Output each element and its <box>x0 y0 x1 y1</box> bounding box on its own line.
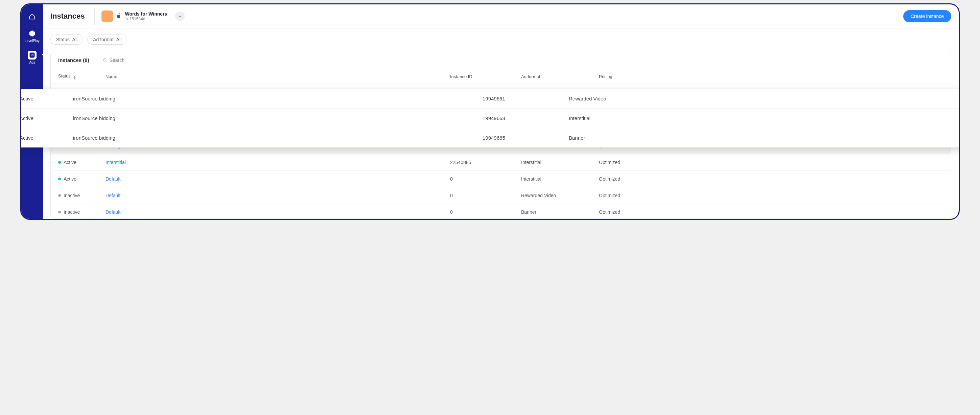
create-instance-button[interactable]: Create instance <box>903 10 951 22</box>
card-header: Instances (8) <box>51 51 951 69</box>
svg-point-2 <box>103 58 106 61</box>
pricing-cell: Optimized <box>599 160 943 165</box>
format-cell: Banner <box>521 209 599 215</box>
format-cell: Banner <box>559 128 960 148</box>
table-row[interactable]: Inactive Default 0 Banner Optimized <box>51 204 951 219</box>
search-input[interactable] <box>110 57 169 63</box>
table-row[interactable]: Inactive Default 0 Rewarded Video Optimi… <box>51 187 951 204</box>
status-text: Inactive <box>64 209 80 215</box>
status-cell: Inactive <box>58 209 105 215</box>
status-text: Active <box>64 160 76 165</box>
status-cell: Active <box>58 160 105 165</box>
filters-bar: Status: All Ad format: All <box>43 29 959 47</box>
sort-icon: ▲▼ <box>73 75 76 80</box>
name-cell: ironSource bidding <box>64 108 473 128</box>
chevron-down-icon <box>178 14 181 18</box>
name-cell[interactable]: Default <box>105 193 450 198</box>
sidebar-item-levelplay[interactable]: LevelPlay <box>21 27 43 44</box>
app-selector[interactable]: Words for Winners 1e151534d <box>94 8 196 25</box>
app-dropdown-button[interactable] <box>175 11 185 21</box>
format-cell: Interstitial <box>521 176 599 181</box>
status-text: Active <box>20 115 33 121</box>
table-row[interactable]: Active Interstitial 22540885 Interstitia… <box>51 154 951 170</box>
app-meta: Words for Winners 1e151534d <box>125 11 167 21</box>
status-text: Inactive <box>64 193 80 198</box>
highlighted-rows-overlay: Active ironSource bidding 19949661 Rewar… <box>20 89 960 148</box>
name-cell: ironSource bidding <box>64 89 473 108</box>
sidebar-item-home[interactable] <box>21 11 43 23</box>
name-cell[interactable]: Default <box>105 176 450 181</box>
name-cell[interactable]: Interstitial <box>105 160 450 165</box>
name-cell[interactable]: Default <box>105 209 450 215</box>
card-title: Instances (8) <box>58 57 89 63</box>
filter-ad-format[interactable]: Ad format: All <box>87 35 127 45</box>
status-text: Active <box>64 176 76 181</box>
filter-status[interactable]: Status: All <box>50 35 83 45</box>
col-ad-format[interactable]: Ad format <box>521 74 599 79</box>
table-row[interactable]: Active ironSource bidding 19949665 Banne… <box>20 128 960 148</box>
status-cell: Active <box>20 108 64 128</box>
format-cell: Rewarded Video <box>559 89 960 108</box>
col-instance-id[interactable]: Instance ID <box>450 74 521 79</box>
cube-icon <box>28 29 37 38</box>
format-cell: Interstitial <box>521 160 599 165</box>
status-dot <box>58 178 61 180</box>
ads-icon: iS <box>28 51 37 59</box>
pricing-cell: Optimized <box>599 193 943 198</box>
table-row[interactable]: Active ironSource bidding 19949661 Rewar… <box>20 89 960 108</box>
status-cell: Active <box>20 128 64 148</box>
instance-id-cell: 0 <box>450 193 521 198</box>
table-row[interactable]: Active ironSource bidding 19949663 Inter… <box>20 108 960 128</box>
app-name: Words for Winners <box>125 11 167 17</box>
sidebar-item-ads[interactable]: iS Ads <box>21 49 43 66</box>
app-frame: LevelPlay iS Ads Instances Words for Win… <box>20 3 960 220</box>
header: Instances Words for Winners 1e151534d Cr… <box>43 5 959 29</box>
table-row[interactable]: Active Default 0 Interstitial Optimized <box>51 170 951 187</box>
col-status[interactable]: Status ▲▼ <box>58 73 105 80</box>
instance-id-cell: 22540885 <box>450 160 521 165</box>
instance-id-cell: 0 <box>450 209 521 215</box>
instance-id-cell: 19949665 <box>473 128 559 148</box>
sidebar-label-levelplay: LevelPlay <box>25 39 39 43</box>
col-name[interactable]: Name <box>105 74 450 79</box>
name-cell: ironSource bidding <box>64 128 473 148</box>
app-icon <box>102 11 113 22</box>
status-dot <box>58 211 61 213</box>
instance-id-cell: 19949663 <box>473 108 559 128</box>
status-dot <box>58 194 61 197</box>
sidebar-label-ads: Ads <box>29 60 35 64</box>
svg-text:iS: iS <box>31 54 33 57</box>
table-header: Status ▲▼ Name Instance ID Ad format Pri… <box>51 69 951 84</box>
status-dot <box>58 161 61 164</box>
search-box[interactable] <box>103 57 169 63</box>
status-text: Active <box>20 96 33 102</box>
col-pricing[interactable]: Pricing <box>599 74 943 79</box>
instance-id-cell: 0 <box>450 176 521 181</box>
svg-line-3 <box>105 60 107 62</box>
app-id: 1e151534d <box>125 17 167 21</box>
apple-icon <box>116 13 122 20</box>
instance-id-cell: 19949661 <box>473 89 559 108</box>
status-cell: Active <box>20 89 64 108</box>
format-cell: Rewarded Video <box>521 193 599 198</box>
status-cell: Inactive <box>58 193 105 198</box>
status-cell: Active <box>58 176 105 181</box>
page-title: Instances <box>50 12 85 21</box>
pricing-cell: Optimized <box>599 176 943 181</box>
home-icon <box>28 12 37 21</box>
status-text: Active <box>20 135 33 141</box>
pricing-cell: Optimized <box>599 209 943 215</box>
format-cell: Interstitial <box>559 108 960 128</box>
search-icon <box>103 58 108 62</box>
